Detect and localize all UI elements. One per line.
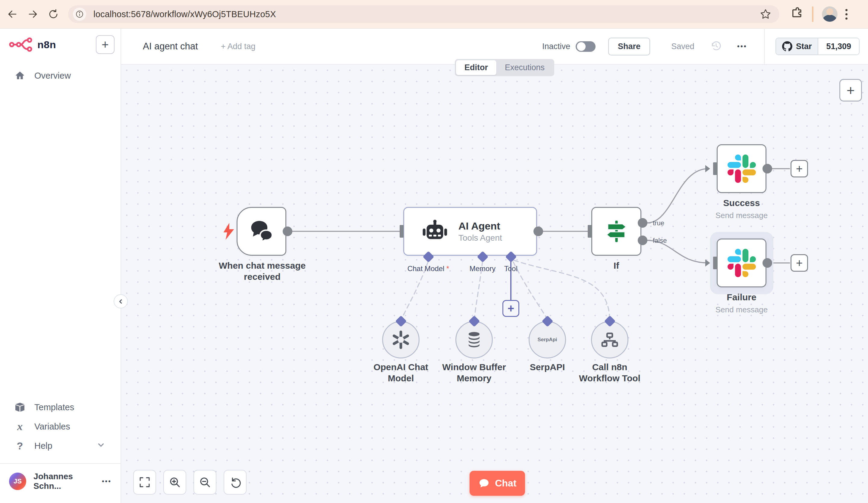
browser-profile-avatar[interactable] xyxy=(822,6,838,22)
url-text: localhost:5678/workflow/xWy6Oj5TBEUHzo5X xyxy=(93,9,276,19)
avatar: JS xyxy=(9,473,26,490)
add-tool-button[interactable]: + xyxy=(503,300,519,317)
github-octocat-icon xyxy=(782,41,792,52)
subnode-call-n8n-workflow-tool[interactable] xyxy=(591,321,628,358)
zoom-in-icon xyxy=(168,476,181,489)
sidebar-item-label: Variables xyxy=(34,422,70,432)
browser-back-button[interactable] xyxy=(4,6,21,22)
reset-zoom-button[interactable] xyxy=(224,470,247,495)
failure-input-port xyxy=(713,256,717,269)
success-output-port[interactable] xyxy=(763,164,772,174)
workflow-canvas[interactable]: When chat message received A xyxy=(121,65,868,503)
user-name: Johannes Schn... xyxy=(33,472,102,491)
node-if[interactable] xyxy=(591,207,641,256)
node-failure[interactable] xyxy=(717,239,766,287)
more-options-icon[interactable]: ••• xyxy=(737,42,747,51)
site-info-icon[interactable] xyxy=(73,8,86,21)
success-input-arrow xyxy=(705,165,710,172)
node-title: AI Agent xyxy=(458,220,502,232)
fit-view-button[interactable] xyxy=(133,470,156,495)
node-chat-trigger[interactable] xyxy=(237,207,286,256)
bookmark-star-icon[interactable] xyxy=(760,8,772,21)
sitemap-icon xyxy=(601,331,619,349)
sidebar-item-label: Templates xyxy=(34,402,74,412)
sidebar-item-help[interactable]: ? Help xyxy=(0,436,121,455)
subnode-label: Call n8n Workflow Tool xyxy=(574,361,646,384)
subnode-label: SerpAPI xyxy=(511,361,583,373)
node-success[interactable] xyxy=(717,144,766,193)
sidebar-item-variables[interactable]: x Variables xyxy=(0,417,121,436)
collapse-sidebar-button[interactable] xyxy=(114,294,128,308)
add-tag-button[interactable]: + Add tag xyxy=(221,42,256,51)
add-node-after-failure-button[interactable]: + xyxy=(790,254,808,272)
package-icon xyxy=(14,402,26,413)
activation-status-label: Inactive xyxy=(542,42,570,51)
if-output-label-true: true xyxy=(653,219,664,227)
n8n-logo-icon xyxy=(9,37,35,52)
n8n-logo-text: n8n xyxy=(37,39,56,51)
history-icon[interactable] xyxy=(710,40,722,53)
if-false-port[interactable] xyxy=(638,235,648,245)
node-ai-agent[interactable]: AI Agent Tools Agent xyxy=(403,207,537,256)
node-label: Failure Send message xyxy=(706,292,777,315)
subnode-label: Window Buffer Memory xyxy=(438,361,510,384)
tab-editor[interactable]: Editor xyxy=(456,60,496,75)
help-icon: ? xyxy=(14,440,26,452)
user-menu[interactable]: JS Johannes Schn... ••• xyxy=(0,464,121,500)
trigger-output-port[interactable] xyxy=(283,227,292,236)
tab-executions[interactable]: Executions xyxy=(496,60,553,75)
user-options-icon[interactable]: ••• xyxy=(102,478,112,485)
browser-chrome: localhost:5678/workflow/xWy6Oj5TBEUHzo5X xyxy=(0,0,868,29)
zoom-out-button[interactable] xyxy=(194,470,216,495)
openai-icon xyxy=(390,329,411,350)
robot-icon xyxy=(422,218,448,244)
subnode-openai-chat-model[interactable] xyxy=(382,321,420,358)
sidebar-item-label: Help xyxy=(34,441,52,451)
activation-toggle[interactable] xyxy=(576,41,596,52)
if-true-port[interactable] xyxy=(638,218,648,228)
toggle-knob xyxy=(577,42,586,51)
chevron-left-icon xyxy=(117,298,124,305)
browser-reload-button[interactable] xyxy=(45,6,61,22)
node-subtitle: Send message xyxy=(706,304,777,315)
view-tabs: Editor Executions xyxy=(455,59,554,76)
sidebar: n8n + Overview Templates x Variables xyxy=(0,29,121,503)
add-node-button[interactable]: + xyxy=(839,79,862,102)
node-label: Success Send message xyxy=(706,197,777,221)
github-star-widget[interactable]: Star 51,309 xyxy=(775,38,860,55)
chat-button[interactable]: Chat xyxy=(469,471,525,496)
subnode-label: OpenAI Chat Model xyxy=(365,361,437,384)
if-input-port xyxy=(588,225,592,238)
back-arrow-icon xyxy=(7,9,18,20)
failure-output-port[interactable] xyxy=(763,258,772,268)
address-bar[interactable]: localhost:5678/workflow/xWy6Oj5TBEUHzo5X xyxy=(68,6,779,23)
reset-icon xyxy=(229,476,241,489)
chrome-menu-icon[interactable] xyxy=(845,9,847,20)
extensions-puzzle-icon[interactable] xyxy=(790,7,803,21)
new-workflow-button[interactable]: + xyxy=(96,35,114,54)
subnode-serpapi[interactable]: SerpApi xyxy=(529,321,566,358)
agent-port-label: Tool xyxy=(478,264,544,273)
fit-view-icon xyxy=(138,476,151,489)
chrome-divider xyxy=(812,6,814,22)
saved-status: Saved xyxy=(671,42,694,51)
slack-icon xyxy=(727,155,756,183)
variables-icon: x xyxy=(14,420,26,433)
node-label: If xyxy=(591,260,641,271)
add-node-after-success-button[interactable]: + xyxy=(790,160,808,177)
browser-forward-button[interactable] xyxy=(25,6,41,22)
agent-input-port xyxy=(400,225,404,238)
zoom-in-button[interactable] xyxy=(163,470,186,495)
slack-icon xyxy=(727,249,756,277)
sidebar-item-templates[interactable]: Templates xyxy=(0,398,121,417)
sidebar-item-overview[interactable]: Overview xyxy=(0,66,121,85)
home-icon xyxy=(14,70,26,81)
agent-output-port[interactable] xyxy=(534,227,543,236)
share-button[interactable]: Share xyxy=(608,38,650,55)
subnode-window-buffer-memory[interactable] xyxy=(455,321,493,358)
reload-icon xyxy=(48,9,59,20)
workflow-title[interactable]: AI agent chat xyxy=(143,41,198,52)
node-subtitle: Tools Agent xyxy=(458,233,502,243)
zoom-out-icon xyxy=(199,476,211,489)
github-star-count: 51,309 xyxy=(818,38,859,54)
